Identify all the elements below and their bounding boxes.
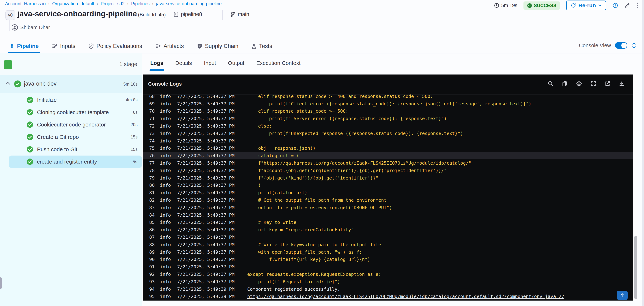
console-view-toggle[interactable]	[615, 42, 627, 49]
log-line-number: 69	[149, 101, 160, 107]
log-line-number: 92	[149, 272, 160, 277]
log-timestamp: 7/21/2025, 5:49:37 PM	[177, 205, 247, 210]
tab-execution-context[interactable]: Execution Context	[256, 60, 300, 71]
sidebar-stage-java-onb-dev[interactable]: java-onb-dev 5m 16s	[0, 75, 142, 93]
log-line-93: 93info7/21/2025, 5:49:37 PM print(f" Req…	[143, 278, 633, 285]
breadcrumb-pipeline-name[interactable]: java-service-onboarding-pipeline	[156, 1, 222, 6]
external-link-icon[interactable]	[604, 81, 610, 87]
log-timestamp: 7/21/2025, 5:49:37 PM	[177, 116, 247, 121]
flask-icon	[252, 43, 256, 49]
breadcrumb-account[interactable]: Account: Harness.io	[5, 1, 46, 6]
log-line-71: 71info7/21/2025, 5:49:37 PM print(f" Ser…	[143, 115, 633, 122]
sidebar-step-push-code-to-git[interactable]: Push code to Git15s	[0, 143, 142, 156]
log-level: info	[160, 264, 177, 269]
log-timestamp: 7/21/2025, 5:49:37 PM	[177, 183, 247, 188]
log-line-88: 88info7/21/2025, 5:49:37 PM # Write the …	[143, 241, 633, 248]
log-line-68: 68info7/21/2025, 5:49:37 PM elif respons…	[143, 95, 633, 100]
download-icon[interactable]	[618, 81, 625, 87]
tab-logs[interactable]: Logs	[150, 60, 163, 71]
copy-icon[interactable]	[562, 81, 568, 87]
more-menu-kebab-icon[interactable]	[636, 2, 639, 9]
sidebar-step-cloning-cookiecutter-template[interactable]: Cloning cookiecutter template6s	[0, 106, 142, 119]
log-level: info	[160, 109, 177, 114]
tab-supply-chain[interactable]: Supply Chain	[197, 40, 238, 53]
log-level: info	[160, 95, 177, 99]
log-line-number: 80	[149, 183, 160, 188]
sidebar-step-initialize[interactable]: Initialize4m 8s	[0, 94, 142, 106]
tab-policy-evaluations[interactable]: Policy Evaluations	[88, 40, 142, 53]
log-message: # Key to write	[247, 220, 296, 225]
success-check-icon	[14, 80, 22, 88]
log-message: f.write(f"{url_key}={catalog_url}\n")	[247, 257, 370, 262]
log-level: info	[160, 227, 177, 232]
chevron-up-icon[interactable]	[5, 81, 10, 85]
console-log-lines: 68info7/21/2025, 5:49:37 PM elif respons…	[143, 95, 633, 300]
log-message: except requests.exceptions.RequestExcept…	[247, 272, 381, 277]
log-timestamp: 7/21/2025, 5:49:37 PM	[177, 227, 247, 232]
log-level: info	[160, 242, 177, 247]
log-line-70: 70info7/21/2025, 5:49:37 PM elif respons…	[143, 108, 633, 115]
step-label: Cookiecutter code generator	[37, 122, 106, 128]
tab-input[interactable]: Input	[204, 60, 216, 71]
tab-tests[interactable]: Tests	[252, 40, 272, 53]
log-level: info	[160, 183, 177, 188]
console-scrollbar-thumb[interactable]	[634, 236, 637, 299]
sidebar-step-create-a-git-repo[interactable]: Create a Git repo15s	[0, 131, 142, 143]
refresh-icon	[571, 3, 576, 8]
log-line-number: 76	[149, 153, 160, 158]
log-line-83: 83info7/21/2025, 5:49:37 PM output_file_…	[143, 204, 633, 211]
branch-ref: main	[230, 11, 249, 17]
log-link[interactable]: https://qa.harness.io/ng/account/zEaak-F…	[247, 294, 564, 299]
log-timestamp: 7/21/2025, 5:49:37 PM	[177, 131, 247, 136]
success-check-icon	[26, 109, 34, 116]
log-link[interactable]: https://qa.harness.io/ng/account/zEaak-F…	[264, 160, 468, 166]
divider	[222, 10, 223, 20]
log-line-92: 92info7/21/2025, 5:49:37 PMexcept reques…	[143, 270, 633, 278]
step-duration: 5s	[133, 159, 137, 164]
fullscreen-icon[interactable]	[590, 81, 596, 87]
log-level: info	[160, 212, 177, 218]
tab-output[interactable]: Output	[228, 60, 244, 71]
drawer-handle[interactable]	[0, 277, 2, 289]
stage-graph-thumbnail[interactable]	[4, 60, 12, 69]
log-line-73: 73info7/21/2025, 5:49:37 PM print(f"Unex…	[143, 130, 633, 137]
console-log-viewport[interactable]: 68info7/21/2025, 5:49:37 PM elif respons…	[143, 95, 633, 300]
log-line-number: 72	[149, 123, 160, 129]
search-icon[interactable]	[548, 81, 554, 87]
rerun-button[interactable]: Re-run	[566, 1, 606, 10]
info-icon[interactable]	[631, 43, 637, 48]
sidebar-step-cookiecutter-code-generator[interactable]: Cookiecutter code generator20s	[0, 119, 142, 131]
main-tab-bar: Pipeline Inputs Policy Evaluations Artif…	[0, 40, 644, 54]
gear-icon[interactable]	[576, 80, 582, 87]
scroll-to-top-button[interactable]	[617, 291, 628, 300]
console-view-control: Console View	[579, 42, 637, 49]
log-line-number: 79	[149, 175, 160, 181]
avatar	[12, 24, 18, 31]
edit-pencil-icon[interactable]	[624, 3, 630, 8]
log-line-number: 71	[149, 116, 160, 121]
arrow-up-icon	[620, 292, 625, 298]
tab-inputs[interactable]: Inputs	[52, 40, 75, 53]
git-branch-icon	[230, 12, 236, 17]
success-check-icon	[26, 158, 34, 165]
log-timestamp: 7/21/2025, 5:49:37 PM	[177, 242, 247, 247]
log-line-number: 73	[149, 131, 160, 136]
page-scrollbar[interactable]	[642, 0, 644, 306]
log-timestamp: 7/21/2025, 5:49:37 PM	[177, 153, 247, 158]
breadcrumb-pipelines[interactable]: Pipelines	[131, 1, 150, 6]
tab-pipeline[interactable]: Pipeline	[10, 40, 39, 53]
info-icon[interactable]	[612, 3, 618, 8]
log-level: info	[160, 220, 177, 225]
console-scrollbar[interactable]	[633, 75, 638, 300]
log-line-78: 78info7/21/2025, 5:49:37 PM f"account.{o…	[143, 167, 633, 174]
breadcrumb-organization[interactable]: Organization: default	[52, 1, 94, 6]
log-line-number: 94	[149, 286, 160, 292]
log-message: with open(output_file_path, "w") as f:	[247, 249, 362, 255]
log-message: f"account.{obj.get('orgIdentifier')}.{ob…	[247, 168, 447, 173]
sidebar-step-create-and-register-entity[interactable]: create and register entity5s	[9, 156, 142, 168]
breadcrumb-project[interactable]: Project: sd2	[100, 1, 124, 6]
tab-artifacts[interactable]: Artifacts	[155, 40, 184, 53]
log-line-number: 87	[149, 235, 160, 240]
tab-details[interactable]: Details	[175, 60, 192, 71]
version-badge: v0	[6, 10, 15, 20]
